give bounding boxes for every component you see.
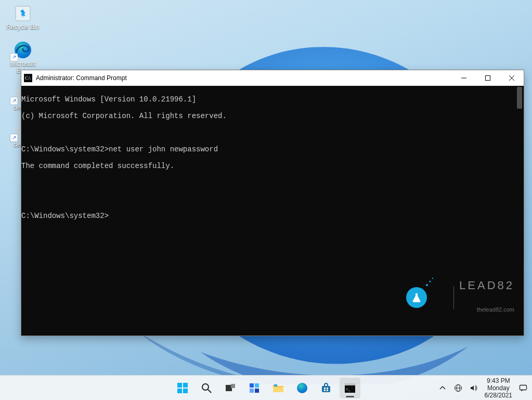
svg-rect-29 bbox=[177, 383, 182, 388]
watermark-brand: LEAD82 bbox=[459, 281, 514, 290]
tray-chevron-up-icon[interactable] bbox=[438, 383, 447, 393]
edge-icon bbox=[11, 40, 34, 60]
terminal-line: (c) Microsoft Corporation. All rights re… bbox=[21, 112, 524, 120]
watermark: LEAD82 thelead82.com bbox=[406, 265, 514, 330]
window-title: Administrator: Command Prompt bbox=[35, 74, 452, 82]
svg-rect-40 bbox=[255, 389, 259, 393]
svg-point-43 bbox=[297, 383, 307, 393]
svg-rect-50 bbox=[345, 383, 355, 385]
svg-text:>_: >_ bbox=[346, 387, 351, 392]
taskbar[interactable]: >_ 9:43 PM Monday 6/28/2021 bbox=[0, 375, 532, 400]
flask-icon bbox=[406, 287, 427, 308]
svg-rect-55 bbox=[520, 385, 527, 390]
terminal-line bbox=[21, 178, 524, 187]
search-button[interactable] bbox=[196, 378, 217, 398]
svg-text:C:\: C:\ bbox=[25, 75, 31, 81]
task-view-button[interactable] bbox=[220, 378, 241, 398]
tray-volume-icon[interactable] bbox=[469, 383, 478, 393]
command-prompt-taskbar-button[interactable]: >_ bbox=[340, 378, 360, 398]
titlebar[interactable]: C:\ Administrator: Command Prompt bbox=[21, 70, 524, 86]
svg-rect-44 bbox=[322, 386, 330, 392]
svg-rect-30 bbox=[183, 383, 188, 388]
svg-line-34 bbox=[208, 390, 211, 393]
svg-rect-24 bbox=[461, 78, 466, 79]
svg-rect-36 bbox=[231, 384, 235, 388]
command-prompt-window[interactable]: C:\ Administrator: Command Prompt Micros… bbox=[21, 70, 524, 336]
scrollbar-thumb[interactable] bbox=[517, 87, 522, 109]
svg-point-28 bbox=[432, 278, 433, 279]
svg-rect-25 bbox=[486, 76, 490, 81]
minimize-button[interactable] bbox=[452, 70, 476, 86]
terminal-line: The command completed successfully. bbox=[21, 162, 524, 170]
svg-rect-42 bbox=[274, 384, 277, 386]
svg-rect-10 bbox=[16, 97, 19, 100]
tray-notifications-icon[interactable] bbox=[518, 383, 528, 393]
cmd-icon: C:\ bbox=[21, 74, 35, 82]
svg-rect-20 bbox=[16, 134, 19, 137]
terminal-scrollbar[interactable] bbox=[515, 86, 524, 336]
terminal-line bbox=[21, 128, 524, 137]
tray-day: Monday bbox=[485, 384, 512, 392]
svg-rect-48 bbox=[327, 390, 328, 391]
svg-rect-15 bbox=[15, 130, 18, 132]
terminal-line bbox=[21, 195, 524, 203]
svg-point-26 bbox=[426, 284, 428, 286]
edge-button[interactable] bbox=[292, 378, 313, 398]
svg-rect-7 bbox=[16, 86, 19, 89]
svg-rect-5 bbox=[15, 93, 18, 95]
tray-time: 9:43 PM bbox=[485, 377, 512, 384]
desktop-icon-recycle-bin[interactable]: Recycle Bin bbox=[3, 3, 43, 31]
tray-date: 6/28/2021 bbox=[485, 392, 512, 399]
watermark-url: thelead82.com bbox=[459, 305, 514, 314]
svg-rect-38 bbox=[255, 383, 259, 388]
svg-point-27 bbox=[429, 280, 431, 282]
recycle-bin-icon bbox=[11, 3, 34, 23]
desktop-icon-label: Recycle Bin bbox=[6, 23, 39, 31]
file-explorer-button[interactable] bbox=[268, 378, 289, 398]
svg-rect-47 bbox=[324, 390, 326, 391]
svg-rect-46 bbox=[327, 388, 328, 389]
tray-clock[interactable]: 9:43 PM Monday 6/28/2021 bbox=[485, 377, 512, 399]
svg-rect-17 bbox=[16, 123, 19, 126]
terminal-line: C:\Windows\system32> bbox=[21, 212, 524, 220]
close-button[interactable] bbox=[500, 70, 524, 86]
terminal-body[interactable]: Microsoft Windows [Version 10.0.21996.1]… bbox=[21, 86, 524, 336]
svg-rect-39 bbox=[250, 389, 254, 393]
svg-rect-32 bbox=[183, 389, 188, 393]
widgets-button[interactable] bbox=[244, 378, 265, 398]
store-button[interactable] bbox=[316, 378, 336, 398]
tray-network-icon[interactable] bbox=[453, 383, 463, 393]
terminal-line: C:\Windows\system32>net user john newpas… bbox=[21, 145, 524, 153]
maximize-button[interactable] bbox=[476, 70, 500, 86]
svg-rect-41 bbox=[273, 387, 283, 392]
svg-rect-31 bbox=[177, 389, 182, 393]
svg-point-33 bbox=[202, 384, 209, 390]
terminal-line: Microsoft Windows [Version 10.0.21996.1] bbox=[21, 95, 524, 104]
svg-rect-45 bbox=[324, 388, 326, 389]
start-button[interactable] bbox=[172, 378, 193, 398]
svg-rect-37 bbox=[250, 383, 254, 388]
